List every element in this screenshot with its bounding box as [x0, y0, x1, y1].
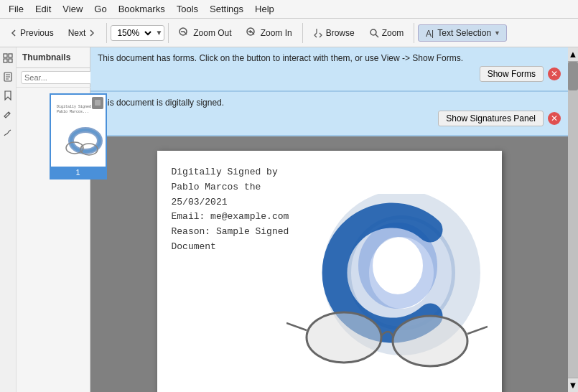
zoom-in-icon [246, 27, 258, 39]
svg-point-32 [393, 316, 467, 366]
zoom-label: Zoom [382, 28, 404, 38]
signature-notification: This document is digitally signed. Show … [90, 92, 568, 136]
zoom-button[interactable]: Zoom [363, 24, 411, 42]
menu-tools[interactable]: Tools [171, 2, 204, 16]
zoom-select[interactable]: 150% 100% 125% 200% ▼ [111, 25, 164, 41]
show-signatures-button[interactable]: Show Signatures Panel [438, 111, 544, 126]
pdf-page: Digitally Signed by Pablo Marcos the 25/… [157, 151, 502, 392]
next-label: Next [68, 28, 86, 38]
previous-button[interactable]: Previous [3, 24, 60, 42]
signature-notification-row1: This document is digitally signed. [98, 98, 561, 108]
separator-3 [302, 23, 303, 43]
thumbnail-label: 1 [51, 167, 106, 178]
menubar: File Edit View Go Bookmarks Tools Settin… [0, 0, 578, 19]
scrollbar-down[interactable]: ▼ [568, 378, 578, 392]
next-button[interactable]: Next [62, 24, 103, 42]
menu-go[interactable]: Go [88, 2, 112, 16]
zoom-out-button[interactable]: Zoom Out [172, 24, 238, 42]
hand-icon [313, 28, 323, 38]
forms-notification-actions: Show Forms ✕ [480, 66, 561, 82]
sidebar-tool-icons [0, 47, 17, 392]
menu-edit[interactable]: Edit [29, 2, 57, 16]
browse-label: Browse [326, 28, 355, 38]
svg-point-30 [365, 230, 430, 302]
svg-text:A|: A| [426, 29, 434, 38]
sidebar-pages-icon[interactable] [0, 69, 16, 85]
menu-settings[interactable]: Settings [204, 2, 249, 16]
thumbnail-inner: Digitally Signed by Pablo Marcos... [51, 95, 106, 167]
zoom-out-label: Zoom Out [193, 28, 231, 38]
svg-rect-10 [4, 54, 7, 57]
zoom-arrow-icon: ▼ [154, 29, 164, 37]
signature-notification-close[interactable]: ✕ [548, 112, 561, 125]
forms-notification-row2: Show Forms ✕ [98, 66, 561, 82]
signature-notification-actions: Show Signatures Panel ✕ [438, 111, 561, 126]
zoom-in-label: Zoom In [261, 28, 292, 38]
svg-rect-12 [4, 59, 7, 62]
svg-line-8 [376, 34, 378, 37]
toolbar: Previous Next 150% 100% 125% 200% ▼ Zoom… [0, 19, 578, 47]
pdf-image-svg [286, 194, 488, 381]
thumbnail-page-1[interactable]: Digitally Signed by Pablo Marcos... [50, 93, 107, 179]
text-selection-dropdown-icon[interactable]: ▼ [494, 29, 500, 37]
svg-line-34 [467, 327, 488, 334]
sidebar-annotations-icon[interactable] [0, 106, 16, 122]
scrollbar-up[interactable]: ▲ [568, 47, 578, 62]
svg-rect-13 [9, 59, 12, 62]
browse-button[interactable]: Browse [307, 24, 361, 42]
content-area: This document has forms. Click on the bu… [90, 47, 568, 392]
sidebar-thumbnails-icon[interactable] [0, 50, 16, 66]
signature-notification-text: This document is digitally signed. [98, 98, 561, 108]
pdf-signature-text: Digitally Signed by Pablo Marcos the 25/… [172, 165, 289, 255]
thumbnail-icon [92, 97, 103, 109]
menu-bookmarks[interactable]: Bookmarks [113, 2, 171, 16]
zoom-in-button[interactable]: Zoom In [240, 24, 299, 42]
menu-help[interactable]: Help [249, 2, 280, 16]
svg-rect-27 [95, 100, 101, 106]
svg-point-31 [307, 312, 381, 363]
scrollbar-vertical[interactable]: ▲ ▼ [568, 47, 578, 392]
separator-2 [168, 23, 169, 43]
forms-notification-row1: This document has forms. Click on the bu… [98, 53, 561, 63]
prev-icon [9, 29, 18, 37]
menu-file[interactable]: File [3, 2, 29, 16]
zoom-glass-icon [369, 28, 379, 38]
show-forms-button[interactable]: Show Forms [480, 66, 544, 82]
previous-label: Previous [20, 28, 54, 38]
svg-text:Digitally Signed by: Digitally Signed by [57, 105, 98, 109]
sidebar-inner: Thumbnails ⚙ ▿ Digital [0, 47, 90, 392]
zoom-dropdown[interactable]: 150% 100% 125% 200% [111, 26, 154, 40]
forms-notification: This document has forms. Click on the bu… [90, 47, 568, 92]
text-cursor-icon: A| [424, 28, 434, 38]
next-icon [88, 29, 96, 37]
sidebar: Thumbnails ⚙ ▿ Digital [0, 47, 90, 392]
sidebar-bookmarks-icon[interactable] [0, 88, 16, 103]
signature-notification-row2: Show Signatures Panel ✕ [98, 111, 561, 126]
svg-rect-11 [9, 54, 12, 57]
text-selection-button[interactable]: A| Text Selection ▼ [418, 24, 507, 42]
forms-notification-close[interactable]: ✕ [548, 67, 561, 80]
text-selection-label: Text Selection [437, 28, 491, 38]
forms-notification-text: This document has forms. Click on the bu… [98, 53, 561, 63]
svg-text:Pablo Marcos...: Pablo Marcos... [57, 110, 89, 114]
sidebar-signatures-icon[interactable] [0, 125, 16, 141]
svg-point-7 [370, 29, 376, 35]
pdf-viewer[interactable]: Digitally Signed by Pablo Marcos the 25/… [90, 136, 568, 392]
menu-view[interactable]: View [57, 2, 88, 16]
main-layout: Thumbnails ⚙ ▿ Digital [0, 47, 578, 392]
svg-line-33 [286, 323, 307, 330]
separator-4 [414, 23, 414, 43]
zoom-out-icon [179, 27, 190, 39]
pdf-image-area [286, 194, 488, 381]
separator-1 [106, 23, 107, 43]
scrollbar-thumb[interactable] [568, 62, 578, 90]
sidebar-title: Thumbnails [22, 52, 70, 62]
